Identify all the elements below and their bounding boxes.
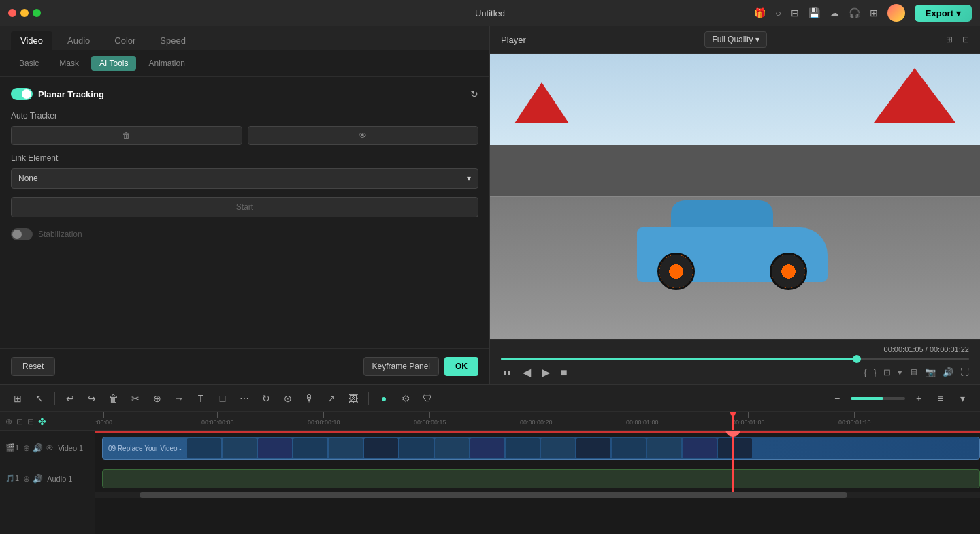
control-left: ⏮ ◀ ▶ ■ [501,366,568,379]
tool-delete[interactable]: 🗑 [104,389,123,408]
subtab-mask[interactable]: Mask [51,56,87,71]
grid-view-icon[interactable]: ⊞ [946,35,953,44]
quality-selector[interactable]: Full Quality ▾ [704,31,767,48]
tool-circle[interactable]: ⊙ [278,389,297,408]
timeline-scrollbar[interactable] [95,492,980,498]
audio-clip[interactable] [102,469,980,488]
tracker-buttons: 🗑 👁 [11,126,478,145]
audio-add-icon[interactable]: ⊕ [23,474,30,484]
tool-mic[interactable]: 🎙 [300,389,319,408]
reset-button[interactable]: Reset [11,357,55,376]
video-add-icon[interactable]: ⊕ [23,443,30,453]
video-vol-icon[interactable]: 🔊 [33,443,43,453]
subtab-aitools[interactable]: AI Tools [91,56,136,71]
tool-image[interactable]: 🖼 [344,389,363,408]
gift-icon[interactable]: 🎁 [754,7,766,18]
tracker-delete-btn[interactable]: 🗑 [11,126,242,145]
bracket-right-icon[interactable]: } [874,367,877,377]
tool-export[interactable]: ↗ [322,389,341,408]
titlebar: Untitled 🎁 ○ ⊟ 💾 ☁ 🎧 ⊞ Export ▾ [0,0,980,26]
cloud-icon[interactable]: ☁ [830,7,839,18]
thumb-3 [258,438,292,458]
volume-icon[interactable]: 🔊 [943,367,953,377]
tool-redo[interactable]: ↪ [82,389,101,408]
tool-expand[interactable]: ▾ [953,389,972,408]
ruler-mark-5: 00:00:01:00 [626,412,659,426]
refresh-icon[interactable]: ↻ [470,89,478,99]
close-button[interactable] [8,9,16,17]
zoom-slider[interactable] [851,397,905,400]
square-icon[interactable]: ■ [561,366,568,379]
tool-select[interactable]: ↖ [30,389,49,408]
save-icon[interactable]: 💾 [808,7,820,18]
zoom-in-icon[interactable]: + [909,389,928,408]
tool-text[interactable]: T [191,389,210,408]
tool-layout[interactable]: ⊞ [8,389,27,408]
player-header: Player Full Quality ▾ ⊞ ⊡ [490,26,980,54]
tool-undo[interactable]: ↩ [61,389,80,408]
tool-cut[interactable]: ✂ [126,389,145,408]
headphone-icon[interactable]: 🎧 [849,7,860,18]
circle-icon[interactable]: ○ [775,7,781,18]
tool-shield[interactable]: 🛡 [418,389,437,408]
tool-shape[interactable]: □ [213,389,232,408]
monitor-icon[interactable]: 🖥 [909,367,918,377]
chevron-down-icon: ▾ [755,35,760,44]
audio-vol-icon[interactable]: 🔊 [33,474,43,484]
subtab-animation[interactable]: Animation [140,56,193,71]
tool-list[interactable]: ≡ [931,389,950,408]
tab-audio[interactable]: Audio [58,31,99,50]
grid-icon[interactable]: ⊞ [870,7,878,18]
subtitle-icon[interactable]: ⊡ [16,417,23,426]
start-button[interactable]: Start [11,197,478,217]
cut-indicator-line [95,431,980,433]
video-track-icons: ⊕ 🔊 👁 [23,443,54,453]
zoom-out-icon[interactable]: − [828,389,847,408]
thumb-8 [435,438,469,458]
tracker-eye-btn[interactable]: 👁 [248,126,479,145]
avatar[interactable] [887,4,905,22]
stabilization-toggle[interactable] [11,228,33,240]
down-icon[interactable]: ▾ [898,367,902,377]
expand-icon[interactable]: ⊡ [962,35,969,44]
minimize-button[interactable] [20,9,29,17]
add-media-icon[interactable]: ✤ [38,416,46,427]
total-time: 00:00:01:22 [930,345,969,354]
clip-icon[interactable]: ⊡ [883,367,891,377]
step-back-icon[interactable]: ◀ [523,366,531,379]
skip-back-icon[interactable]: ⏮ [501,366,512,379]
tab-color[interactable]: Color [105,31,145,50]
planar-tracking-toggle[interactable] [11,88,33,100]
tool-add[interactable]: ⊕ [148,389,167,408]
ok-button[interactable]: OK [444,357,478,376]
tool-refresh[interactable]: ↻ [257,389,276,408]
tab-speed[interactable]: Speed [150,31,195,50]
caption-icon[interactable]: ⊟ [27,417,34,426]
subtab-basic[interactable]: Basic [11,56,47,71]
camera-icon[interactable]: 📷 [925,367,936,377]
export-button[interactable]: Export ▾ [915,5,972,22]
tool-record[interactable]: ● [374,389,393,408]
maximize-button[interactable] [33,9,41,17]
audio-track-header: 🎵1 ⊕ 🔊 Audio 1 [0,465,95,492]
panel-content: Planar Tracking ↻ Auto Tracker 🗑 👁 Link [0,77,489,348]
tool-forward[interactable]: → [169,389,189,408]
progress-bar[interactable] [501,358,969,360]
progress-thumb[interactable] [853,355,861,363]
keyframe-panel-button[interactable]: Keyframe Panel [363,357,439,376]
thumb-5 [329,438,363,458]
thumb-6 [364,438,398,458]
link-element-select[interactable]: None ▾ [11,168,478,189]
tool-settings[interactable]: ⚙ [396,389,415,408]
scrollbar-thumb[interactable] [140,492,847,498]
fullscreen-icon[interactable]: ⛶ [960,367,969,377]
play-icon[interactable]: ▶ [542,366,550,379]
video-clip[interactable]: 09 Replace Your Video - [102,437,980,460]
layout-icon[interactable]: ⊟ [791,7,799,18]
bracket-left-icon[interactable]: { [864,367,866,377]
tab-video[interactable]: Video [11,31,52,50]
thumb-4 [293,438,327,458]
video-eye-icon[interactable]: 👁 [46,443,54,453]
tool-more[interactable]: ⋯ [235,389,254,408]
add-track-icon[interactable]: ⊕ [5,417,12,426]
